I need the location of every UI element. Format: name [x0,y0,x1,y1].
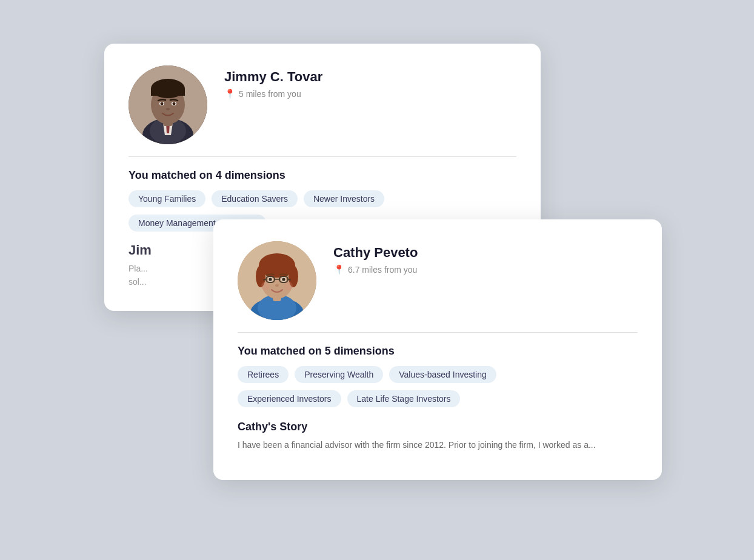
tag-newer-investors: Newer Investors [304,190,384,207]
tags-cathy-row1: Retirees Preserving Wealth Values-based … [238,366,638,383]
location-jimmy: 📍 5 miles from you [224,88,516,99]
advisor-card-cathy[interactable]: Cathy Peveto 📍 6.7 miles from you You ma… [213,219,662,480]
svg-point-13 [166,108,170,110]
svg-point-11 [161,102,164,105]
svg-point-34 [275,284,279,287]
tag-education-savers: Education Savers [212,190,298,207]
svg-line-26 [263,279,266,280]
tag-late-life-stage: Late Life Stage Investors [347,390,461,407]
advisor-name-cathy: Cathy Peveto [333,245,638,261]
tag-retirees: Retirees [238,366,289,383]
svg-rect-8 [151,88,185,96]
svg-line-27 [288,279,291,280]
tag-experienced-investors: Experienced Investors [238,390,341,407]
location-cathy: 📍 6.7 miles from you [333,264,638,275]
match-title-jimmy: You matched on 4 dimensions [128,169,516,182]
tag-preserving-wealth: Preserving Wealth [295,366,383,383]
story-title-cathy: Cathy's Story [238,421,638,433]
advisor-info-jimmy: Jimmy C. Tovar 📍 5 miles from you [224,65,516,99]
avatar-cathy [238,241,316,320]
story-text-cathy: I have been a financial advisor with the… [238,438,638,452]
divider-cathy [238,332,638,333]
advisor-name-jimmy: Jimmy C. Tovar [224,69,516,85]
tag-values-based-investing: Values-based Investing [389,366,496,383]
location-pin-icon: 📍 [224,88,236,99]
tag-young-families: Young Families [128,190,205,207]
advisor-info-cathy: Cathy Peveto 📍 6.7 miles from you [333,241,638,275]
svg-point-35 [261,282,270,290]
tags-cathy-row2: Experienced Investors Late Life Stage In… [238,390,638,407]
tags-jimmy: Young Families Education Savers Newer In… [128,190,516,207]
match-title-cathy: You matched on 5 dimensions [238,345,638,358]
svg-point-33 [282,278,285,281]
svg-point-36 [284,282,293,290]
divider-jimmy [128,156,516,157]
svg-point-32 [269,278,272,281]
avatar-jimmy [128,65,207,144]
svg-point-12 [173,102,176,105]
location-pin-icon-cathy: 📍 [333,264,345,275]
